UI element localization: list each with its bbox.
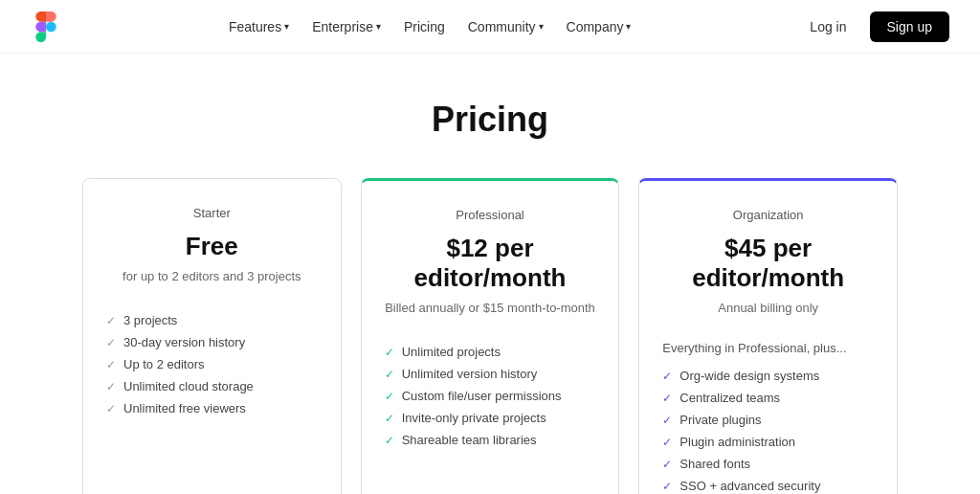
check-icon: ✓	[662, 436, 672, 449]
list-item: ✓Private plugins	[662, 409, 874, 431]
organization-plan-price: $45 per editor/month	[662, 234, 874, 293]
page-title: Pricing	[82, 100, 898, 140]
check-icon: ✓	[106, 314, 116, 327]
organization-plan-name: Organization	[662, 208, 874, 222]
nav-community[interactable]: Community ▾	[468, 19, 544, 34]
organization-plan-desc: Annual billing only	[662, 299, 874, 318]
chevron-down-icon: ▾	[284, 21, 289, 32]
nav-enterprise[interactable]: Enterprise ▾	[312, 19, 381, 34]
list-item: ✓Unlimited version history	[385, 363, 596, 385]
nav-features[interactable]: Features ▾	[229, 19, 289, 34]
starter-plan-desc: for up to 2 editors and 3 projects	[106, 267, 318, 286]
check-icon: ✓	[662, 414, 672, 427]
list-item: ✓3 projects	[106, 309, 318, 331]
check-icon: ✓	[385, 412, 394, 425]
nav-links: Features ▾ Enterprise ▾ Pricing Communit…	[229, 19, 632, 34]
check-icon: ✓	[106, 358, 116, 371]
starter-card: Starter Free for up to 2 editors and 3 p…	[82, 178, 342, 494]
login-button[interactable]: Log in	[798, 13, 858, 40]
chevron-down-icon: ▾	[539, 21, 544, 32]
chevron-down-icon: ▾	[626, 21, 631, 32]
check-icon: ✓	[385, 368, 394, 381]
list-item: ✓30-day version history	[106, 331, 318, 353]
professional-card: Professional $12 per editor/month Billed…	[361, 178, 620, 494]
list-item: ✓Shareable team libraries	[385, 429, 596, 451]
starter-features: ✓3 projects ✓30-day version history ✓Up …	[106, 309, 318, 495]
professional-features: ✓Unlimited projects ✓Unlimited version h…	[385, 341, 596, 495]
pricing-grid: Starter Free for up to 2 editors and 3 p…	[82, 178, 898, 494]
list-item: ✓Org-wide design systems	[662, 365, 874, 387]
check-icon: ✓	[662, 480, 672, 493]
list-item: ✓Unlimited projects	[385, 341, 596, 363]
list-item: ✓Up to 2 editors	[106, 353, 318, 375]
list-item: ✓Unlimited cloud storage	[106, 375, 318, 397]
check-icon: ✓	[662, 370, 672, 383]
starter-plan-price: Free	[106, 232, 318, 261]
professional-plan-name: Professional	[385, 208, 596, 222]
navbar: Features ▾ Enterprise ▾ Pricing Communit…	[0, 0, 980, 54]
nav-actions: Log in Sign up	[798, 11, 949, 42]
professional-plan-price: $12 per editor/month	[385, 234, 596, 293]
list-item: ✓Custom file/user permissions	[385, 385, 596, 407]
check-icon: ✓	[106, 402, 116, 415]
organization-card: Organization $45 per editor/month Annual…	[638, 178, 898, 494]
professional-plan-desc: Billed annually or $15 month-to-month	[385, 299, 596, 318]
list-item: ✓Unlimited free viewers	[106, 397, 318, 419]
list-item: ✓Shared fonts	[662, 453, 874, 475]
check-icon: ✓	[662, 392, 672, 405]
list-item: ✓SSO + advanced security	[662, 475, 874, 495]
logo[interactable]	[31, 11, 61, 42]
main-content: Pricing Starter Free for up to 2 editors…	[59, 54, 921, 494]
check-icon: ✓	[106, 380, 116, 393]
organization-features: ✓Org-wide design systems ✓Centralized te…	[662, 365, 874, 495]
list-item: ✓Plugin administration	[662, 431, 874, 453]
nav-company[interactable]: Company ▾	[567, 19, 632, 34]
check-icon: ✓	[385, 390, 394, 403]
list-item: ✓Centralized teams	[662, 387, 874, 409]
list-item: ✓Invite-only private projects	[385, 407, 596, 429]
check-icon: ✓	[385, 346, 394, 359]
check-icon: ✓	[662, 458, 672, 471]
check-icon: ✓	[106, 336, 116, 349]
chevron-down-icon: ▾	[376, 21, 381, 32]
organization-features-label: Everything in Professional, plus...	[662, 341, 874, 355]
nav-pricing[interactable]: Pricing	[404, 19, 445, 34]
check-icon: ✓	[385, 434, 394, 447]
signup-button[interactable]: Sign up	[870, 11, 949, 42]
starter-plan-name: Starter	[106, 206, 318, 220]
